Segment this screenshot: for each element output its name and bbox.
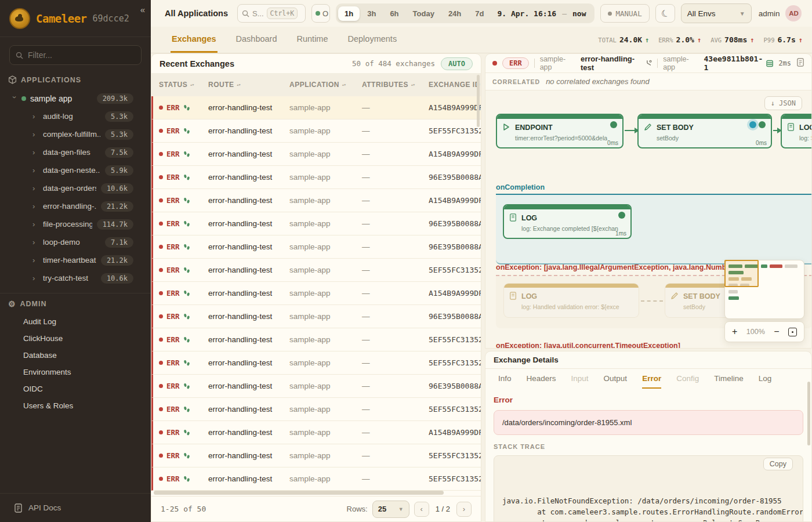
route-cell: error-handling-test [208,335,289,344]
table-row[interactable]: ERR error-handling-test sample-app — A15… [151,282,481,305]
next-page-button[interactable]: › [456,502,472,517]
copy-document-button[interactable] [796,58,804,69]
table-row[interactable]: ERR error-handling-test sample-app — A15… [151,143,481,166]
column-application[interactable]: APPLICATION▴▾ [289,81,362,89]
flow-node-set-body[interactable]: SET BODYsetBody 0ms [637,114,772,148]
details-tab[interactable]: Headers [527,369,556,389]
table-row[interactable]: ERR error-handling-test sample-app — 5EF… [151,259,481,282]
download-json-button[interactable]: ↓ JSON [764,96,802,110]
route-flow-canvas[interactable]: ↓ JSON ENDPOINTtimer:errorTest?period=50… [485,90,811,349]
column-route[interactable]: ROUTE▴▾ [208,81,289,89]
table-row[interactable]: ERR error-handling-test sample-app — 5EF… [151,119,481,143]
table-row[interactable]: ERR error-handling-test sample-app — 96E… [151,235,481,259]
manual-refresh-button[interactable]: MANUAL [600,4,650,23]
time-range-button[interactable]: 3h [361,6,382,21]
sidebar-route-item[interactable]: › data-gen-orders 10.6k [0,179,151,197]
live-status-button[interactable]: O [311,4,330,23]
details-tab[interactable]: Timeline [714,369,744,389]
sidebar-route-item[interactable]: › data-gen-files 7.5k [0,143,151,161]
sidebar-route-item[interactable]: › error-handling-... 21.2k [0,197,151,215]
sidebar-admin-item[interactable]: Environments [0,364,151,380]
sidebar-route-item[interactable]: › audit-log 5.3k [0,107,151,125]
chevron-right-icon: › [32,166,38,175]
sidebar-admin-item[interactable]: OIDC [0,380,151,397]
column-exchange-id[interactable]: EXCHANGE ID [429,81,481,89]
auto-refresh-badge[interactable]: AUTO [441,57,473,70]
error-dot [159,222,163,226]
horizontal-scrollbar[interactable] [154,491,443,495]
table-title: Recent Exchanges [160,59,234,68]
time-range-button[interactable]: Today [407,6,441,21]
dark-mode-toggle[interactable]: ☾ [655,4,675,23]
table-row[interactable]: ERR error-handling-test sample-app — 5EF… [151,398,481,421]
sidebar-route-item[interactable]: › file-processing 114.7k [0,215,151,233]
exchange-id-cell: 5EF55FC31352A [429,126,481,135]
time-range-buttons: 1h 3h 6h Today 24h 7d [338,6,490,21]
route-count-badge: 10.6k [101,273,133,284]
copy-button[interactable]: Copy [763,458,793,470]
table-row[interactable]: ERR error-handling-test sample-app — A15… [151,189,481,212]
sidebar-filter-input[interactable]: Filter... [9,45,142,65]
time-range-button[interactable]: 7d [469,6,490,21]
zoom-out-button[interactable]: − [774,327,779,337]
vertical-scrollbar-thumb[interactable] [807,382,810,445]
table-row[interactable]: ERR error-handling-test sample-app — 5EF… [151,444,481,467]
sidebar-route-item[interactable]: › data-gen-neste... 5.9k [0,161,151,179]
detail-route[interactable]: error-handling-test [581,55,652,72]
sidebar-collapse-icon[interactable]: « [140,5,145,14]
flow-node-endpoint[interactable]: ENDPOINTtimer:errorTest?period=5000&dela… [496,114,624,148]
column-status[interactable]: STATUS▴▾ [159,81,208,89]
table-row[interactable]: ERR error-handling-test sample-app — 96E… [151,375,481,398]
sidebar-route-item[interactable]: › timer-heartbeat 21.2k [0,251,151,269]
time-range-button[interactable]: 24h [442,6,467,21]
oncompletion-log-node[interactable]: LOGlog: Exchange completed [${exchan 1ms [503,204,632,239]
details-tab[interactable]: Input [571,369,589,389]
vertical-scrollbar-thumb[interactable] [477,75,480,127]
table-row[interactable]: ERR error-handling-test sample-app — 5EF… [151,467,481,491]
table-row[interactable]: ERR error-handling-test sample-app — 96E… [151,212,481,235]
search-input[interactable]: S... Ctrl+K [237,4,306,23]
main-tab[interactable]: Deployments [347,27,398,53]
sidebar-admin-item[interactable]: Audit Log [0,313,151,330]
main-tab[interactable]: Runtime [296,27,329,53]
table-row[interactable]: ERR error-handling-test sample-app — 96E… [151,166,481,189]
main-tab[interactable]: Dashboard [235,27,278,53]
time-range-button[interactable]: 6h [383,6,405,21]
sidebar-admin-item[interactable]: Database [0,347,151,364]
exchange-id[interactable]: 43ee9811b801-1 [704,55,774,72]
footprints-icon [183,476,190,483]
table-row[interactable]: ERR error-handling-test sample-app — A15… [151,96,481,119]
details-tab[interactable]: Info [498,369,512,389]
zoom-in-button[interactable]: + [732,327,737,337]
fit-view-button[interactable] [788,328,797,336]
main-tab[interactable]: Exchanges [171,27,217,53]
sidebar-item-api-docs[interactable]: API Docs [0,493,151,522]
sidebar-item-sample-app[interactable]: › sample app 209.3k [0,90,151,107]
sidebar-route-item[interactable]: › try-catch-test 10.6k [0,269,151,287]
table-row[interactable]: ERR error-handling-test sample-app — 5EF… [151,328,481,351]
sidebar-admin-item[interactable]: ClickHouse [0,330,151,347]
avatar[interactable]: AD [785,5,802,21]
details-tab[interactable]: Log [759,369,772,389]
sidebar-route-item[interactable]: › loop-demo 7.1k [0,233,151,251]
minimap-viewport[interactable] [724,260,759,287]
sidebar-route-item[interactable]: › complex-fulfillm... 5.3k [0,125,151,143]
environment-select[interactable]: All Envs ▼ [681,3,752,23]
prev-page-button[interactable]: ‹ [414,502,429,517]
rows-per-page-select[interactable]: 25 ▼ [372,501,409,518]
time-range-button[interactable]: 1h [338,6,360,21]
details-tab[interactable]: Output [604,369,628,389]
column-attributes[interactable]: ATTRIBUTES▴▾ [362,81,429,89]
sidebar-admin-item[interactable]: Users & Roles [0,397,151,414]
stack-trace-code: java.io.FileNotFoundException: /data/ord… [494,455,803,522]
details-tab[interactable]: Config [676,369,699,389]
flow-minimap[interactable] [724,260,804,319]
table-row[interactable]: ERR error-handling-test sample-app — 5EF… [151,351,481,375]
scrollbar-thumb[interactable] [154,491,444,495]
details-tab[interactable]: Error [642,369,661,389]
table-row[interactable]: ERR error-handling-test sample-app — A15… [151,421,481,444]
table-row[interactable]: ERR error-handling-test sample-app — 96E… [151,305,481,328]
onexception-log-node[interactable]: LOGlog: Handled validation error: ${exce [504,284,639,317]
flow-node-log[interactable]: LOGlog: Sta [781,114,811,148]
date-range[interactable]: 9. Apr. 16:16 – now [491,9,592,18]
